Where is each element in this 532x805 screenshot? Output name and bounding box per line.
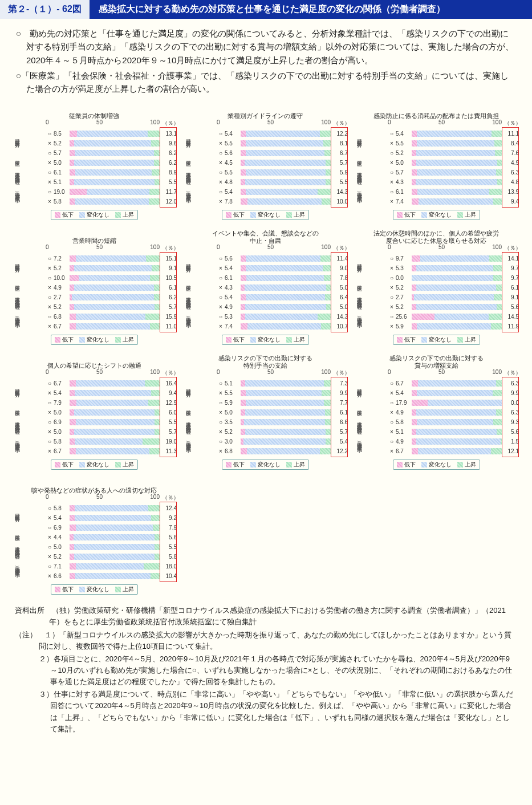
- row-mark: ×: [388, 179, 396, 185]
- legend-swatch: [79, 212, 85, 218]
- legend-label: 変化なし: [258, 336, 281, 344]
- bar-row: ×6.610.4: [46, 571, 177, 580]
- bar-row: ×5.59.9: [217, 388, 348, 397]
- row-mark: ×: [217, 140, 225, 147]
- legend-swatch: [250, 462, 256, 467]
- stacked-bar: [70, 400, 160, 406]
- low-value: 5.5: [396, 140, 412, 147]
- bar-row: ○6.716.4: [46, 379, 177, 388]
- legend-swatch: [115, 212, 121, 218]
- legend-item: 変化なし: [79, 461, 109, 469]
- up-value: 15.1: [160, 255, 177, 262]
- legend-item: 低下: [55, 461, 74, 469]
- axis-tick: 0: [217, 244, 220, 252]
- row-mark: ×: [217, 323, 225, 330]
- low-value: 5.5: [225, 390, 241, 396]
- bar-row: ×5.911.9: [388, 322, 519, 331]
- row-mark: ○: [388, 380, 396, 387]
- bar-row: ×5.06.0: [46, 408, 177, 417]
- low-value: 5.2: [54, 554, 70, 560]
- legend-item: 変化なし: [79, 211, 109, 219]
- stacked-bar: [70, 140, 160, 147]
- low-value: 6.9: [54, 525, 70, 531]
- legend-label: 変化なし: [429, 336, 452, 344]
- low-value: 6.7: [396, 380, 412, 387]
- legend: 低下変化なし上昇: [51, 335, 138, 345]
- legend-label: 上昇: [123, 586, 134, 593]
- legend-label: 低下: [62, 461, 74, 469]
- lead-text: ○ 勤め先の対応策と「仕事を通じた満足度」の変化の関係についてみると、分析対象業…: [0, 19, 532, 103]
- stacked-bar: [412, 265, 502, 271]
- legend: 低下変化なし上昇: [222, 335, 309, 345]
- up-value: 5.5: [160, 544, 177, 550]
- legend-swatch: [79, 587, 85, 592]
- up-value: 11.7: [160, 189, 177, 195]
- stacked-bar: [241, 131, 331, 137]
- source-notes: 資料出所 （独）労働政策研究・研修機構「新型コロナウイルス感染症の感染拡大下にお…: [0, 599, 532, 735]
- row-mark: ×: [388, 448, 396, 454]
- legend: 低下変化なし上昇: [51, 460, 138, 470]
- row-mark: ○: [46, 525, 54, 531]
- bar-row: ○0.09.7: [388, 273, 519, 282]
- legend-swatch: [397, 337, 403, 343]
- legend-swatch: [457, 462, 463, 467]
- low-value: 5.5: [225, 169, 241, 176]
- legend-item: 低下: [55, 586, 74, 593]
- low-value: 4.8: [225, 179, 241, 185]
- axis-tick: 0: [388, 369, 391, 377]
- low-value: 3.0: [225, 438, 241, 445]
- legend-swatch: [79, 337, 85, 343]
- row-mark: ○: [217, 169, 225, 176]
- axis-unit: （％）: [162, 119, 177, 127]
- low-value: 5.0: [54, 429, 70, 435]
- axis-tick: 100: [321, 119, 331, 127]
- up-value: 12.1: [502, 448, 519, 454]
- row-mark: ○: [388, 189, 396, 195]
- axis-tick: 100: [150, 494, 160, 502]
- stacked-bar: [412, 140, 502, 147]
- up-value: 5.6: [502, 304, 519, 310]
- stacked-bar: [70, 544, 160, 550]
- low-value: 6.7: [54, 380, 70, 387]
- row-mark: ○: [217, 255, 225, 262]
- bar-row: ×5.15.6: [388, 427, 519, 436]
- legend-label: 変化なし: [87, 586, 109, 593]
- row-mark: ×: [46, 284, 54, 291]
- stacked-bar: [412, 160, 502, 166]
- up-value: 18.0: [160, 563, 177, 570]
- stacked-bar: [70, 160, 160, 166]
- row-mark: ×: [217, 179, 225, 185]
- legend-swatch: [286, 462, 292, 467]
- chart-title: イベントや集会、会議、懇談会などの中止・自粛: [182, 229, 348, 244]
- low-value: 5.4: [54, 390, 70, 396]
- bar-row: ○5.76.2: [46, 148, 177, 157]
- low-value: 5.4: [225, 265, 241, 271]
- up-value: 5.4: [331, 438, 348, 445]
- axis-tick: 100: [150, 244, 160, 252]
- stacked-bar: [241, 150, 331, 156]
- stacked-bar: [70, 563, 160, 570]
- up-value: 12.4: [160, 505, 177, 511]
- bar-row: ×4.35.0: [217, 283, 348, 292]
- note-line: （注） １）「新型コロナウイルスの感染拡大の影響が大きかった時期を振り返って、あ…: [15, 629, 517, 652]
- low-value: 5.5: [225, 140, 241, 147]
- axis-row: 050100（％）: [182, 119, 348, 127]
- bar-row: ○5.27.6: [388, 148, 519, 157]
- row-mark: ○: [46, 189, 54, 195]
- chart-title: 個人の希望に応じたシフトの融通: [11, 354, 177, 369]
- legend-item: 上昇: [457, 336, 476, 344]
- axis-unit: （％）: [504, 244, 519, 252]
- row-mark: ○: [46, 419, 54, 425]
- axis-unit: （％）: [162, 369, 177, 377]
- bar-row: ×5.25.7: [217, 427, 348, 436]
- stacked-bar: [70, 534, 160, 540]
- bar-row: ○10.010.5: [46, 273, 177, 282]
- up-value: 10.5: [160, 275, 177, 281]
- axis-row: 050100（％）: [354, 369, 519, 377]
- note-line: ３）仕事に対する満足度について、時点別に「非常に高い」「やや高い」「どちらでもな…: [15, 689, 517, 735]
- up-value: 9.4: [502, 198, 519, 205]
- legend-item: 上昇: [286, 211, 305, 219]
- plot-area: 分析対象業種計医療業社会保険・社会福祉・介護事業小売業（生活必需物資等）○6.7…: [354, 377, 519, 457]
- chart-title: 感染リスクの下での出勤に対する特別手当の支給: [182, 354, 348, 369]
- up-value: 8.4: [502, 140, 519, 147]
